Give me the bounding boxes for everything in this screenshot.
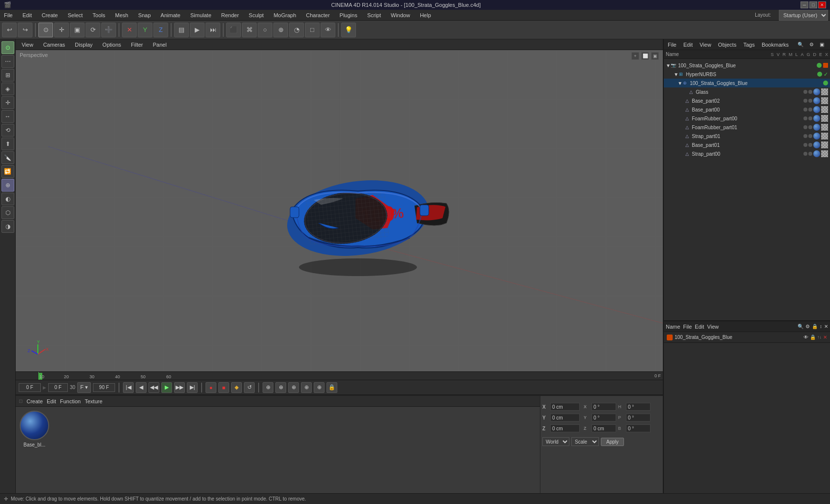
menu-script[interactable]: Script (365, 11, 383, 19)
stop-button[interactable]: ■ (218, 382, 229, 393)
scene-search-icon[interactable]: 🔍 (796, 41, 805, 48)
scene-tab-bookmarks[interactable]: Bookmarks (760, 41, 791, 49)
tree-item-goggles[interactable]: ▼ ⊕ 100_Strata_Goggles_Blue (664, 79, 830, 87)
end-frame-input[interactable] (93, 383, 115, 392)
rotate-key-button[interactable]: ⊕ (275, 382, 286, 393)
timeline-ruler[interactable]: 0 0 F 10 20 30 40 50 60 70 80 90 (16, 371, 663, 380)
scale-key-button[interactable]: ⊕ (288, 382, 299, 393)
vp-corner-layout[interactable]: ⬜ (641, 52, 649, 60)
select-tool-button[interactable]: ⊙ (38, 23, 53, 37)
lt-knife[interactable]: 🔪 (1, 151, 14, 164)
viewport[interactable]: 100 % (16, 50, 663, 371)
attr-arrow-icon[interactable]: ↕ (820, 324, 822, 329)
minimize-button[interactable]: ─ (800, 1, 808, 8)
tree-item-base00[interactable]: △ Base_part00 (664, 105, 830, 114)
play-forward-button[interactable]: ▶▶ (174, 382, 185, 393)
deformer-button[interactable]: ⊕ (273, 23, 288, 37)
y-rotation-input[interactable] (592, 414, 616, 421)
x-axis-button[interactable]: ✕ (122, 23, 137, 37)
tree-item-strap00[interactable]: △ Strap_part00 (664, 149, 830, 158)
tree-item-base01[interactable]: △ Base_part01 (664, 140, 830, 149)
menu-file[interactable]: File (2, 11, 15, 19)
lt-rotate[interactable]: ⟲ (1, 124, 14, 137)
camera-button[interactable]: □ (305, 23, 320, 37)
menu-mesh[interactable]: Mesh (113, 11, 130, 19)
close-button[interactable]: ✕ (818, 1, 826, 8)
vp-corner-add[interactable]: + (631, 52, 639, 60)
menu-sculpt[interactable]: Sculpt (247, 11, 266, 19)
mat-tab-edit[interactable]: Edit (47, 398, 56, 404)
attr-search-icon[interactable]: 🔍 (798, 324, 803, 329)
undo-button[interactable]: ↩ (2, 23, 17, 37)
menu-select[interactable]: Select (66, 11, 85, 19)
maximize-button[interactable]: □ (809, 1, 817, 8)
param-key-button[interactable]: ⊕ (301, 382, 312, 393)
attr-tab-edit[interactable]: Edit (695, 324, 704, 330)
tree-item-glass[interactable]: △ Glass (664, 87, 830, 96)
vp-tab-view[interactable]: View (19, 41, 36, 49)
play-button[interactable]: ▶ (161, 382, 172, 393)
lt-sculpt[interactable]: ◑ (1, 220, 14, 233)
attr-tab-file[interactable]: File (683, 324, 692, 330)
menu-render[interactable]: Render (219, 11, 241, 19)
cube-button[interactable]: ⬛ (226, 23, 241, 37)
menu-snap[interactable]: Snap (136, 11, 153, 19)
attr-settings-icon[interactable]: ⚙ (805, 324, 810, 329)
scene-filter-icon[interactable]: ⚙ (807, 41, 816, 48)
y-position-input[interactable] (550, 414, 580, 421)
menu-animate[interactable]: Animate (159, 11, 182, 19)
render-all-button[interactable]: ⏭ (206, 23, 220, 37)
vp-corner-maximize[interactable]: ▣ (651, 52, 659, 60)
scene-tab-objects[interactable]: Objects (716, 41, 738, 49)
mat-tab-texture[interactable]: Texture (85, 398, 102, 404)
render-region-button[interactable]: ▤ (174, 23, 189, 37)
go-start-button[interactable]: |◀ (123, 382, 134, 393)
tree-item-base02[interactable]: △ Base_part02 (664, 96, 830, 105)
transform-mode-select[interactable]: Scale Move Rotate (571, 437, 599, 446)
nurbs-button[interactable]: ⌘ (242, 23, 257, 37)
obj-close-icon[interactable]: ✕ (823, 335, 827, 340)
move-tool-button[interactable]: ✛ (54, 23, 69, 37)
tree-item-foam00[interactable]: △ FoamRubber_part00 (664, 114, 830, 123)
record-button[interactable]: ● (206, 382, 216, 393)
material-preview[interactable] (20, 411, 49, 440)
tree-item-strap01[interactable]: △ Strap_part01 (664, 132, 830, 140)
fps-toggle[interactable]: F ▾ (77, 382, 91, 393)
menu-simulate[interactable]: Simulate (188, 11, 213, 19)
x-position-input[interactable] (550, 403, 580, 411)
lt-polygons[interactable]: ◈ (1, 83, 14, 95)
menu-edit[interactable]: Edit (21, 11, 34, 19)
z-scale-input[interactable] (592, 424, 616, 432)
lt-scale[interactable]: ↔ (1, 110, 14, 123)
scene-tab-edit[interactable]: Edit (682, 41, 695, 49)
menu-help[interactable]: Help (418, 11, 433, 19)
field-button[interactable]: ◔ (289, 23, 304, 37)
loop-button[interactable]: ↺ (244, 382, 255, 393)
lock-button[interactable]: 🔒 (326, 382, 337, 393)
redo-button[interactable]: ↪ (18, 23, 32, 37)
mat-tab-create[interactable]: Create (27, 398, 43, 404)
vp-tab-options[interactable]: Options (99, 41, 124, 49)
scene-tab-file[interactable]: File (666, 41, 679, 49)
lt-points[interactable]: ⋯ (1, 55, 14, 68)
tree-item-root[interactable]: ▼ 📷 100_Strata_Goggles_Blue (664, 61, 830, 70)
spline-button[interactable]: ○ (258, 23, 272, 37)
add-object-button[interactable]: ➕ (101, 23, 116, 37)
bulb-button[interactable]: 💡 (341, 23, 356, 37)
y-axis-button[interactable]: Y (138, 23, 152, 37)
coord-system-select[interactable]: World Object (542, 437, 569, 446)
lt-select[interactable]: ⊙ (1, 41, 14, 54)
lt-magnet[interactable]: ⊕ (1, 179, 14, 192)
scene-tab-tags[interactable]: Tags (741, 41, 757, 49)
lt-edges[interactable]: ⊞ (1, 69, 14, 82)
material-item[interactable]: Base_bl... (20, 411, 49, 448)
tree-item-hypernurbs[interactable]: ▼ ⊞ HyperNURBS ✓ (664, 70, 830, 79)
attr-lock-icon[interactable]: 🔒 (812, 324, 818, 329)
frame-field-2[interactable] (48, 383, 68, 392)
play-back-button[interactable]: ◀◀ (148, 382, 159, 393)
vp-tab-display[interactable]: Display (72, 41, 95, 49)
layout-select[interactable]: Startup (User) (779, 10, 828, 21)
current-frame-input[interactable] (19, 383, 41, 392)
b-input[interactable] (626, 424, 651, 432)
menu-character[interactable]: Character (304, 11, 331, 19)
